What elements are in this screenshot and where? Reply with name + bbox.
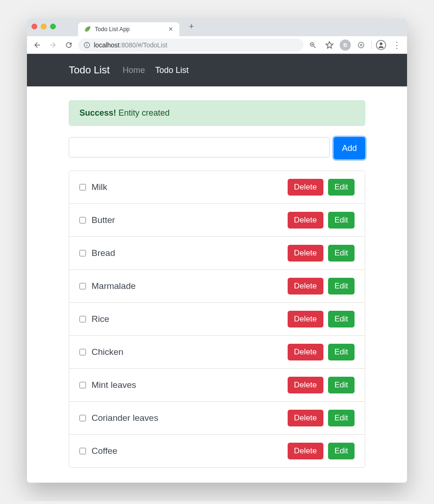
page-content: Todo List HomeTodo List Success! Entity … [27, 54, 407, 483]
todo-checkbox[interactable] [79, 283, 86, 289]
tab-close-icon[interactable]: × [167, 26, 175, 33]
success-alert: Success! Entity created [69, 100, 365, 126]
todo-actions: DeleteEdit [288, 245, 355, 262]
star-icon [325, 41, 334, 49]
delete-button[interactable]: Delete [288, 311, 323, 327]
browser-window: Todo List App × + localhost:8080/#/TodoL… [27, 19, 407, 483]
navbar-brand[interactable]: Todo List [69, 64, 110, 76]
todo-actions: DeleteEdit [288, 179, 355, 196]
url-text: localhost:8080/#/TodoList [94, 41, 167, 49]
browser-tab[interactable]: Todo List App × [78, 22, 179, 36]
edit-button[interactable]: Edit [328, 311, 355, 327]
todo-label: Butter [92, 215, 282, 225]
delete-button[interactable]: Delete [288, 212, 323, 229]
todo-label: Coriander leaves [92, 413, 282, 423]
todo-actions: DeleteEdit [288, 278, 355, 295]
add-button[interactable]: Add [334, 137, 365, 159]
edit-button[interactable]: Edit [328, 344, 355, 360]
todo-checkbox[interactable] [79, 415, 86, 421]
svg-rect-1 [86, 44, 87, 46]
list-item: RiceDeleteEdit [69, 302, 365, 335]
todo-actions: DeleteEdit [288, 443, 355, 459]
list-item: MilkDeleteEdit [69, 171, 365, 203]
delete-button[interactable]: Delete [288, 377, 323, 393]
todo-list: MilkDeleteEditButterDeleteEditBreadDelet… [69, 170, 365, 468]
nav-link-home[interactable]: Home [123, 65, 145, 75]
svg-point-10 [380, 42, 382, 45]
todo-actions: DeleteEdit [288, 377, 355, 393]
edit-button[interactable]: Edit [328, 278, 355, 295]
list-item: CoffeeDeleteEdit [69, 434, 365, 467]
info-icon [84, 42, 90, 48]
browser-toolbar: localhost:8080/#/TodoList B ⋮ [27, 36, 407, 54]
toolbar-right: B ⋮ [306, 39, 403, 52]
svg-point-8 [360, 44, 362, 46]
todo-checkbox[interactable] [79, 382, 86, 388]
todo-label: Milk [92, 182, 282, 192]
todo-checkbox[interactable] [79, 250, 86, 256]
edit-button[interactable]: Edit [328, 245, 355, 262]
todo-checkbox[interactable] [79, 184, 86, 190]
todo-checkbox[interactable] [79, 448, 86, 454]
main-container: Success! Entity created Add MilkDeleteEd… [27, 86, 407, 483]
window-maximize-button[interactable] [50, 24, 56, 29]
app-navbar: Todo List HomeTodo List [27, 54, 407, 86]
browser-tab-strip: Todo List App × + [27, 19, 407, 36]
extension-circle-icon[interactable] [355, 39, 368, 52]
profile-avatar[interactable] [375, 39, 387, 51]
edit-button[interactable]: Edit [328, 377, 355, 393]
svg-line-4 [314, 46, 316, 48]
edit-button[interactable]: Edit [328, 443, 355, 459]
forward-button [46, 39, 59, 52]
list-item: BreadDeleteEdit [69, 236, 365, 269]
svg-rect-2 [86, 43, 87, 44]
todo-actions: DeleteEdit [288, 410, 355, 426]
toolbar-divider [371, 40, 372, 50]
todo-label: Coffee [92, 446, 282, 456]
delete-button[interactable]: Delete [288, 245, 323, 262]
arrow-left-icon [33, 41, 41, 49]
delete-button[interactable]: Delete [288, 344, 323, 360]
delete-button[interactable]: Delete [288, 443, 323, 459]
todo-label: Bread [92, 248, 282, 258]
address-bar[interactable]: localhost:8080/#/TodoList [78, 39, 303, 52]
todo-label: Rice [92, 314, 282, 324]
todo-label: Mint leaves [92, 380, 282, 390]
delete-button[interactable]: Delete [288, 278, 323, 295]
todo-actions: DeleteEdit [288, 344, 355, 360]
zoom-icon [309, 41, 316, 49]
list-item: Mint leavesDeleteEdit [69, 368, 365, 401]
edit-button[interactable]: Edit [328, 179, 355, 196]
back-button[interactable] [31, 39, 44, 52]
list-item: ButterDeleteEdit [69, 203, 365, 236]
reload-button[interactable] [62, 39, 75, 52]
edit-button[interactable]: Edit [328, 410, 355, 426]
todo-checkbox[interactable] [79, 316, 86, 322]
todo-label: Marmalade [92, 281, 282, 291]
person-icon [376, 40, 386, 50]
reload-icon [65, 41, 73, 49]
extension-icon[interactable]: B [340, 39, 351, 51]
new-todo-input[interactable] [69, 137, 330, 157]
todo-checkbox[interactable] [79, 349, 86, 355]
arrow-right-icon [49, 41, 57, 49]
todo-label: Chicken [92, 347, 282, 357]
nav-link-todo-list[interactable]: Todo List [155, 65, 189, 75]
window-close-button[interactable] [32, 24, 37, 29]
edit-button[interactable]: Edit [328, 212, 355, 229]
leaf-icon [84, 26, 91, 33]
todo-checkbox[interactable] [79, 217, 86, 223]
window-controls [32, 24, 56, 29]
new-tab-button[interactable]: + [185, 20, 198, 33]
list-item: Coriander leavesDeleteEdit [69, 401, 365, 434]
bookmark-button[interactable] [323, 39, 336, 52]
delete-button[interactable]: Delete [288, 410, 323, 426]
todo-actions: DeleteEdit [288, 212, 355, 229]
tab-title: Todo List App [95, 26, 167, 33]
menu-button[interactable]: ⋮ [390, 39, 403, 52]
list-item: MarmaladeDeleteEdit [69, 269, 365, 302]
zoom-button[interactable] [306, 39, 319, 52]
delete-button[interactable]: Delete [288, 179, 323, 196]
window-minimize-button[interactable] [41, 24, 46, 29]
alert-text: Entity created [116, 108, 170, 118]
